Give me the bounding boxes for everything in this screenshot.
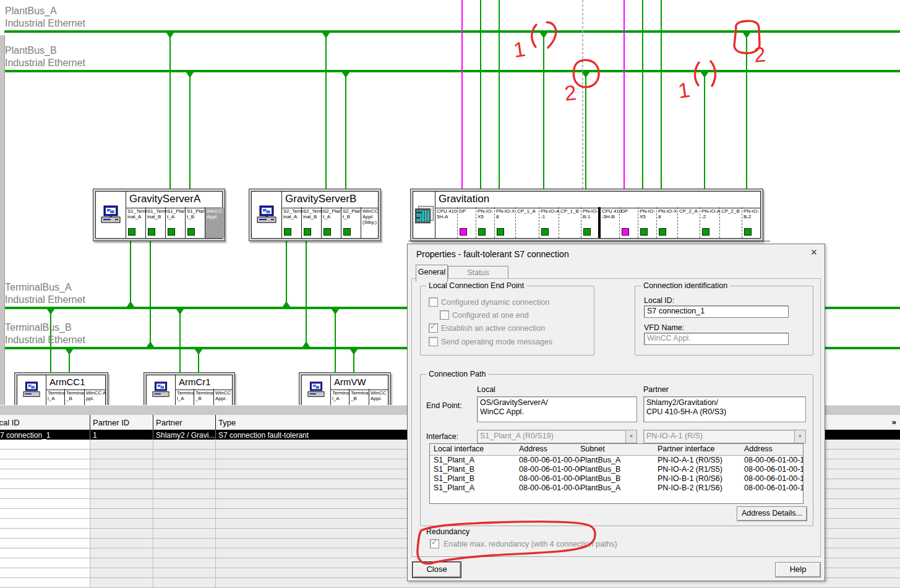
station-armvw[interactable]: ArmVW Terminal_A Terminal_B WinCC Appl. bbox=[299, 372, 391, 408]
checkbox-enable-max-redundancy[interactable]: ✓ bbox=[430, 539, 439, 548]
interface-cell[interactable]: WinCC Appl. bbox=[213, 389, 234, 405]
plc-icon bbox=[413, 192, 435, 238]
table-cell: 08-00-06-01-00-12 bbox=[740, 474, 804, 484]
header-overflow-icon[interactable]: » bbox=[892, 417, 896, 427]
local-id-input[interactable]: S7 connection_1 bbox=[644, 305, 789, 318]
station-armcr1[interactable]: ArmCr1 Terminal_A Terminal_B WinCC Appl. bbox=[144, 372, 235, 408]
port-led bbox=[478, 228, 486, 236]
interface-cell[interactable]: Terminal_B bbox=[194, 389, 216, 405]
module-cell[interactable]: PN-IO-X8 bbox=[494, 207, 518, 238]
port-led bbox=[583, 228, 591, 236]
bus-label-terminalbus-b: TerminalBus_BIndustrial Ethernet bbox=[5, 322, 85, 346]
module-cell[interactable]: CP_1_B bbox=[559, 207, 583, 238]
cell-type: S7 connection fault-tolerant bbox=[218, 431, 309, 440]
local-column-header: Local bbox=[477, 385, 495, 394]
annotation-paren bbox=[711, 61, 715, 86]
annotation-number: 2 bbox=[753, 42, 767, 67]
interface-cell[interactable]: Terminal_A bbox=[330, 389, 351, 405]
interface-cell-selected[interactable]: WinCC Appl. bbox=[205, 207, 225, 238]
column-header-partner[interactable]: Partner bbox=[156, 418, 182, 427]
dialog-title: Properties - fault-tolerant S7 connectio… bbox=[416, 249, 569, 259]
redundancy-label: Redundancy bbox=[426, 527, 469, 536]
interface-cell[interactable]: S1_Plant_A bbox=[165, 207, 187, 238]
vfd-name-input[interactable]: WinCC Appl. bbox=[644, 333, 789, 345]
address-details-button[interactable]: Address Details... bbox=[737, 506, 807, 521]
module-cell[interactable]: PN-IO-A-1 bbox=[539, 207, 561, 238]
module-cell[interactable]: PN-IO-A-2 bbox=[700, 207, 722, 238]
interface-cell[interactable]: Terminal_A bbox=[175, 389, 196, 405]
table-cell: PlantBus_A bbox=[576, 455, 658, 465]
annotation-circle bbox=[734, 21, 760, 53]
interface-cell[interactable]: S1_Terminal_B bbox=[145, 207, 168, 238]
module-cell[interactable]: PN-IO-X5 bbox=[476, 207, 497, 238]
station-title: Gravitation bbox=[435, 192, 760, 208]
module-cell[interactable]: PN-IO-B-2 bbox=[742, 207, 763, 238]
check-icon: ✓ bbox=[430, 322, 436, 331]
station-title: GravityServerB bbox=[281, 192, 378, 208]
interface-label: Interface: bbox=[426, 432, 458, 441]
interface-cell[interactable]: S2_Terminal_B bbox=[301, 207, 324, 238]
table-cell: PlantBus_B bbox=[576, 464, 658, 474]
station-gravitation[interactable]: Gravitation CPU 410-5H-A DP PN-IO-X5 PN-… bbox=[410, 189, 763, 241]
column-header-partner-id[interactable]: Partner ID bbox=[93, 418, 129, 427]
dropdown-arrow-icon[interactable]: ▼ bbox=[794, 430, 805, 443]
column-header-local-id[interactable]: Local ID bbox=[0, 418, 20, 427]
interface-cell[interactable]: Terminal_B bbox=[349, 389, 371, 405]
module-cell[interactable]: CPU 410-5H-A bbox=[435, 207, 460, 238]
port-led bbox=[284, 228, 291, 236]
table-cell: PN-IO-A-1 (R0/S5) bbox=[654, 455, 744, 465]
interface-cell[interactable]: WinCC Appl. bbox=[369, 389, 390, 405]
table-cell: PlantBus_A bbox=[576, 483, 658, 493]
station-title: GravityServerA bbox=[126, 192, 222, 208]
interface-cell[interactable]: WinCC Appl. bbox=[84, 389, 108, 405]
checkbox-establish-active-connection[interactable]: ✓ bbox=[429, 323, 438, 333]
annotation-number: 1 bbox=[512, 37, 527, 62]
station-gravityservera[interactable]: GravityServerA S1_Terminal_A S1_Terminal… bbox=[93, 189, 225, 241]
partner-interface-dropdown[interactable]: PN-IO-A-1 (R/S) ▼ bbox=[643, 430, 806, 443]
port-led bbox=[343, 228, 351, 236]
table-cell: PN-IO-B-1 (R0/S6) bbox=[654, 474, 744, 484]
station-title: ArmVW bbox=[330, 375, 388, 390]
module-cell[interactable]: CP_2_B bbox=[719, 207, 744, 238]
module-cell[interactable]: PN-IO-X5 bbox=[638, 207, 659, 238]
port-led bbox=[187, 228, 195, 236]
station-armcc1[interactable]: ArmCC1 Terminal_A Terminal_B WinCC Appl. bbox=[14, 372, 108, 408]
station-gravityserverb[interactable]: GravityServerB S2_Terminal_A S2_Terminal… bbox=[249, 189, 381, 241]
checkbox-send-operating-mode-messages[interactable] bbox=[429, 337, 438, 346]
interface-cell[interactable]: Terminal_B bbox=[64, 389, 87, 405]
close-icon[interactable]: × bbox=[810, 247, 817, 258]
interface-cell[interactable]: S2_Plant_A bbox=[321, 207, 343, 238]
module-cell[interactable]: DP bbox=[457, 207, 478, 238]
tab-general[interactable]: General bbox=[416, 265, 448, 282]
port-led bbox=[128, 228, 135, 236]
annotation-number: 1 bbox=[677, 78, 692, 103]
interface-cell[interactable]: S2_Terminal_A bbox=[281, 207, 304, 238]
port-led bbox=[304, 228, 311, 236]
interface-cell[interactable]: Terminal_A bbox=[46, 389, 67, 405]
module-cell[interactable]: CP_2_A bbox=[677, 207, 702, 238]
button-separator bbox=[411, 556, 821, 558]
dropdown-arrow-icon[interactable]: ▼ bbox=[625, 430, 636, 443]
table-cell: 08-00-06-01-00-04 bbox=[515, 455, 580, 465]
module-cell[interactable]: CP_1_A bbox=[515, 207, 541, 238]
table-cell: 08-00-06-01-00-14 bbox=[740, 483, 804, 493]
port-led bbox=[497, 228, 504, 236]
interface-path-table[interactable]: Local interface Address Subnet Partner i… bbox=[429, 443, 804, 504]
table-cell: 08-00-06-01-00-04 bbox=[515, 483, 580, 493]
partner-column-header: Partner bbox=[643, 385, 669, 394]
checkbox-configured-at-one-end[interactable] bbox=[440, 310, 449, 320]
checkbox-configured-dynamic-connection[interactable] bbox=[429, 297, 438, 307]
help-button[interactable]: Help bbox=[775, 562, 821, 577]
local-interface-dropdown[interactable]: S1_Plant_A (R0/S19) ▼ bbox=[477, 430, 637, 443]
annotation-paren bbox=[695, 62, 699, 85]
close-button[interactable]: Close bbox=[413, 562, 461, 577]
module-cell[interactable]: DP bbox=[619, 207, 640, 238]
module-cell[interactable]: PN-IO-X8 bbox=[656, 207, 680, 238]
annotation-circle bbox=[573, 60, 599, 87]
interface-cell[interactable]: S1_Terminal_A bbox=[126, 207, 148, 238]
column-header-type[interactable]: Type bbox=[218, 418, 236, 427]
interface-cell[interactable]: WinCC Appl. (Stby.) bbox=[361, 207, 380, 238]
interface-cell[interactable]: S2_Plant_B bbox=[341, 207, 363, 238]
bus-label-terminalbus-a: TerminalBus_AIndustrial Ethernet bbox=[5, 281, 85, 306]
interface-cell[interactable]: S1_Plant_B bbox=[185, 207, 207, 238]
